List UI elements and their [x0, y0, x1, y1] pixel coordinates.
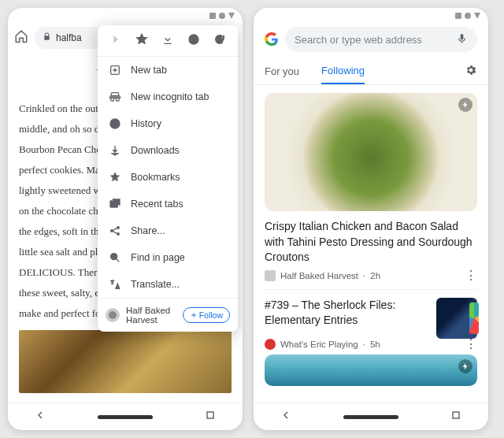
- menu-label: Bookmarks: [131, 172, 180, 183]
- card2-age: 5h: [370, 340, 380, 349]
- menu-recent-tabs[interactable]: Recent tabs: [98, 191, 238, 217]
- mic-icon[interactable]: [456, 32, 468, 46]
- feed-tabs: For you Following: [254, 58, 488, 85]
- search-placeholder: Search or type web address: [295, 34, 422, 46]
- back-icon[interactable]: [280, 409, 292, 425]
- star-icon[interactable]: [135, 33, 148, 48]
- lightning-icon: [458, 98, 472, 112]
- url-text: halfba: [56, 32, 82, 43]
- home-icon[interactable]: [14, 29, 28, 46]
- card2-source: What's Eric Playing: [280, 340, 358, 349]
- menu-label: Recent tabs: [131, 199, 183, 210]
- phone-right: Search or type web address For you Follo…: [254, 8, 488, 430]
- tab-following[interactable]: Following: [321, 58, 365, 84]
- menu-follow-site: Half Baked Harvest Follow: [98, 299, 238, 332]
- info-icon[interactable]: [187, 33, 200, 48]
- follow-button-label: Follow: [199, 310, 223, 320]
- menu-history[interactable]: History: [98, 110, 238, 137]
- source-icon: [265, 339, 276, 350]
- overflow-menu: New tab New incognito tab History Downlo…: [98, 25, 238, 332]
- menu-find[interactable]: Find in page: [98, 244, 238, 271]
- svg-rect-10: [453, 412, 459, 418]
- lock-icon: [43, 32, 51, 43]
- card1-image[interactable]: [265, 93, 477, 211]
- card1-meta: Half Baked Harvest · 2h ⋮: [265, 270, 477, 281]
- search-row: Search or type web address: [254, 8, 488, 58]
- svg-point-8: [109, 311, 117, 319]
- overview-icon[interactable]: [450, 409, 462, 425]
- follow-site-name: Half Baked Harvest: [126, 306, 176, 325]
- source-icon: [265, 270, 276, 281]
- search-input[interactable]: Search or type web address: [285, 27, 477, 52]
- card2-title: #739 – The Sherlock Files: Elementary En…: [265, 298, 428, 328]
- reload-icon[interactable]: [213, 33, 226, 48]
- menu-incognito[interactable]: New incognito tab: [98, 84, 238, 110]
- menu-share[interactable]: Share...: [98, 217, 238, 244]
- card1-age: 2h: [370, 271, 380, 280]
- svg-point-4: [111, 230, 113, 232]
- card1-source: Half Baked Harvest: [280, 271, 358, 280]
- menu-label: History: [131, 118, 161, 129]
- svg-point-5: [117, 227, 120, 229]
- follow-button[interactable]: Follow: [183, 307, 230, 323]
- menu-label: New incognito tab: [131, 91, 209, 102]
- forward-icon: [109, 33, 122, 48]
- download-icon[interactable]: [161, 33, 174, 48]
- menu-label: Share...: [131, 225, 165, 236]
- menu-downloads[interactable]: Downloads: [98, 137, 238, 164]
- menu-translate[interactable]: Translate...: [98, 271, 238, 298]
- tab-for-you[interactable]: For you: [265, 59, 299, 84]
- svg-point-6: [117, 233, 120, 236]
- phone-left: halfba — HALF HAR Crinkled on the outsid…: [8, 8, 243, 430]
- card3-image[interactable]: [265, 354, 477, 386]
- home-pill[interactable]: [98, 415, 153, 419]
- menu-label: Find in page: [131, 252, 185, 263]
- menu-label: New tab: [131, 65, 167, 76]
- menu-icon-row: [98, 25, 238, 56]
- menu-label: Translate...: [131, 279, 180, 290]
- menu-new-tab[interactable]: New tab: [98, 57, 238, 84]
- system-nav: [254, 403, 488, 430]
- site-favicon: [106, 308, 120, 322]
- gear-icon[interactable]: [465, 64, 477, 79]
- menu-label: Downloads: [131, 145, 180, 156]
- card2-meta: What's Eric Playing · 5h ⋮: [265, 339, 477, 350]
- system-nav: [8, 403, 243, 430]
- overview-icon[interactable]: [204, 409, 217, 425]
- card2-thumb: [436, 298, 477, 339]
- svg-rect-9: [207, 412, 213, 418]
- menu-bookmarks[interactable]: Bookmarks: [98, 164, 238, 191]
- home-pill[interactable]: [343, 415, 398, 419]
- feed: Crispy Italian Chicken and Bacon Salad w…: [254, 85, 488, 394]
- lightning-icon: [458, 359, 472, 373]
- google-logo-icon: [265, 32, 279, 46]
- card2[interactable]: #739 – The Sherlock Files: Elementary En…: [265, 298, 477, 339]
- back-icon[interactable]: [34, 409, 46, 425]
- card1-title[interactable]: Crispy Italian Chicken and Bacon Salad w…: [265, 219, 477, 265]
- article-image: [19, 330, 232, 393]
- svg-point-7: [111, 254, 117, 260]
